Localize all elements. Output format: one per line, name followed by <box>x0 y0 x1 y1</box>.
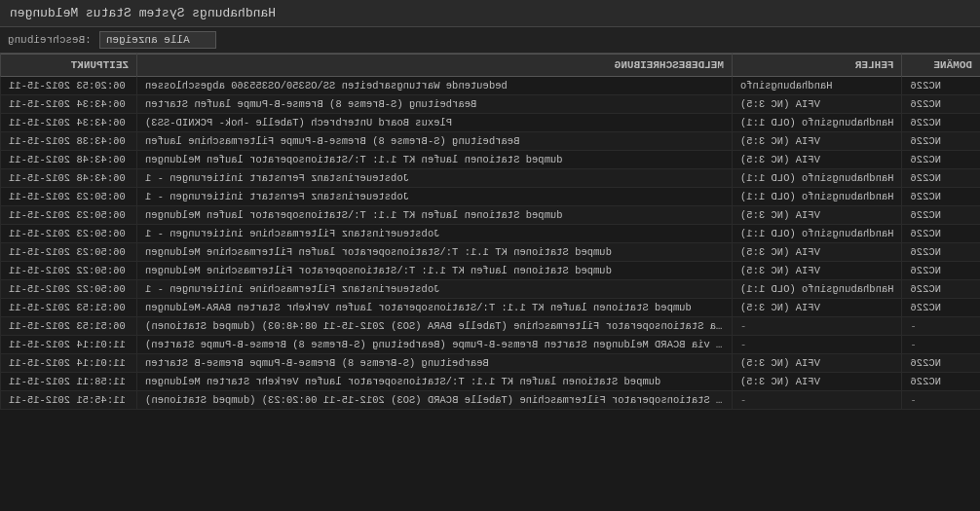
cell-source: NC226 <box>902 77 980 95</box>
table-row[interactable]: 2012-15-11 06:50:231 - Jobsteuerinstanz … <box>1 188 981 206</box>
cell-message: (Tabelle -hok- PCKNID-SS3) Plexus Board … <box>137 114 733 132</box>
cell-message: 1 - Jobsteuerinstanz Fernstart initierun… <box>137 169 733 188</box>
col-header-message: MELDEBESCHREIBUNG <box>137 55 733 77</box>
cell-source: NC226 <box>902 132 980 151</box>
cell-timestamp: 2012-15-11 06:51:53 <box>1 299 137 317</box>
cell-level: - <box>732 317 902 336</box>
cell-source: - <box>902 336 980 354</box>
cell-timestamp: 2012-15-11 11:45:51 <box>1 391 137 410</box>
table-row[interactable]: 2012-15-11 11:01:14Bearbeitung (S-Bremse… <box>1 354 981 373</box>
cell-message: (dumped Stationen) (Tabelle BCARD (SO3) … <box>137 391 733 410</box>
cell-level: VFIA (NC 3:5) <box>732 373 902 391</box>
table-body: 2012-15-11 06:20:53bedeutende Wartungsar… <box>1 77 981 410</box>
cell-source: NC226 <box>902 151 980 169</box>
title-bar: Handhabungs System Status Meldungen <box>0 0 980 27</box>
cell-source: NC226 <box>902 225 980 243</box>
table-row[interactable]: 2012-15-11 06:20:53bedeutende Wartungsar… <box>1 77 981 95</box>
cell-level: VFIA (NC 3:5) <box>732 243 902 262</box>
cell-source: NC226 <box>902 280 980 299</box>
cell-source: NC226 <box>902 299 980 317</box>
cell-message: dumped Stationen KT 1.1: T:\Stationsoper… <box>137 243 733 262</box>
table-row[interactable]: 2012-15-11 06:43:34Bearbeitung (S-Bremse… <box>1 95 981 114</box>
cell-timestamp: 2012-15-11 06:50:23 <box>1 225 137 243</box>
cell-source: NC226 <box>902 206 980 225</box>
app-container: Handhabungs System Status Meldungen Besc… <box>0 0 980 511</box>
cell-level: VFIA (NC 3:5) <box>732 262 902 280</box>
cell-message: Bearbeitung (S-Bremse 8) Bremse-B-Pumpe … <box>137 95 733 114</box>
cell-timestamp: 2012-15-11 06:51:53 <box>1 317 137 336</box>
cell-source: NC226 <box>902 95 980 114</box>
cell-timestamp: 2012-15-11 06:43:34 <box>1 114 137 132</box>
cell-message: dumped Stationen laufen KT 1.1: T:\Stati… <box>137 373 733 391</box>
table-row[interactable]: 2012-15-11 06:43:481 - Jobsteuerinstanz … <box>1 169 981 188</box>
cell-message: Bearbeitung (S-Bremse 8) Bremse-B-Pumpe … <box>137 132 733 151</box>
table-row[interactable]: 2012-15-11 06:50:221 - Jobsteuerinstanz … <box>1 280 981 299</box>
col-header-level: FEHLER <box>732 55 902 77</box>
cell-timestamp: 2012-15-11 06:50:23 <box>1 206 137 225</box>
cell-message: dumped Stationen laufen KT 1.1: T:\Stati… <box>137 151 733 169</box>
cell-timestamp: 2012-15-11 06:43:48 <box>1 169 137 188</box>
cell-message: (Bearbeitung (S-Bremse 8) Bremse-B-Pumpe… <box>137 336 733 354</box>
cell-source: NC226 <box>902 188 980 206</box>
cell-timestamp: 2012-15-11 06:43:48 <box>1 151 137 169</box>
app-title: Handhabungs System Status Meldungen <box>10 6 276 20</box>
table-row[interactable]: 2012-15-11 06:50:231 - Jobsteuerinstanz … <box>1 225 981 243</box>
cell-message: dumped Stationen laufen KT 1.1: T:\Stati… <box>137 299 733 317</box>
cell-source: NC226 <box>902 354 980 373</box>
cell-timestamp: 2012-15-11 06:50:22 <box>1 262 137 280</box>
table-row[interactable]: 2012-15-11 06:50:23dumped Stationen lauf… <box>1 206 981 225</box>
table-row[interactable]: 2012-15-11 11:45:51(dumped Stationen) (T… <box>1 391 981 410</box>
table-row[interactable]: 2012-15-11 06:43:34(Tabelle -hok- PCKNID… <box>1 114 981 132</box>
table-row[interactable]: 2012-15-11 06:50:22dumped Stationen lauf… <box>1 262 981 280</box>
cell-message: bedeutende Wartungsarbeiten SS\OS350\OS3… <box>137 77 733 95</box>
cell-message: dumped Stationen laufen KT 1.1: T:\Stati… <box>137 206 733 225</box>
cell-source: - <box>902 391 980 410</box>
cell-timestamp: 2012-15-11 11:01:14 <box>1 354 137 373</box>
cell-level: VFIA (NC 3:5) <box>732 151 902 169</box>
cell-level: - <box>732 391 902 410</box>
cell-level: Handhabungsinfo <box>732 77 902 95</box>
cell-level: VFIA (NC 3:5) <box>732 206 902 225</box>
cell-timestamp: 2012-15-11 06:43:34 <box>1 95 137 114</box>
col-header-timestamp: ZEITPUNKT <box>1 55 137 77</box>
cell-level: Handhabungsinfo (OLD 1:1) <box>732 169 902 188</box>
table-row[interactable]: 2012-15-11 06:51:53(dumped Stationen) (T… <box>1 317 981 336</box>
cell-timestamp: 2012-15-11 06:50:22 <box>1 280 137 299</box>
cell-message: 1 - Jobsteuerinstanz Fernstart initierun… <box>137 188 733 206</box>
cell-level: VFIA (NC 3:5) <box>732 132 902 151</box>
cell-timestamp: 2012-15-11 06:50:23 <box>1 188 137 206</box>
table-row[interactable]: 2012-15-11 06:50:23dumped Stationen KT 1… <box>1 243 981 262</box>
filter-label: Beschreibung: <box>8 34 92 46</box>
cell-timestamp: 2012-15-11 06:50:23 <box>1 243 137 262</box>
cell-level: VFIA (NC 3:5) <box>732 299 902 317</box>
table-row[interactable]: 2012-15-11 06:51:53dumped Stationen lauf… <box>1 299 981 317</box>
cell-timestamp: 2012-15-11 06:43:38 <box>1 132 137 151</box>
cell-message: dumped Stationen laufen KT 1.1: T:\Stati… <box>137 262 733 280</box>
log-table: ZEITPUNKT MELDEBESCHREIBUNG FEHLER DOMÄN… <box>0 54 980 410</box>
col-header-source: DOMÄNE <box>902 55 980 77</box>
cell-timestamp: 2012-15-11 11:01:14 <box>1 336 137 354</box>
cell-timestamp: 2012-15-11 06:20:53 <box>1 77 137 95</box>
cell-message: (dumped Stationen) (Tabelle BARA (SO3) 2… <box>137 317 733 336</box>
filter-input[interactable] <box>99 31 216 49</box>
cell-level: VFIA (NC 3:5) <box>732 354 902 373</box>
cell-level: Handhabungsinfo (OLD 1:1) <box>732 280 902 299</box>
table-row[interactable]: 2012-15-11 11:01:14(Bearbeitung (S-Brems… <box>1 336 981 354</box>
table-header-row: ZEITPUNKT MELDEBESCHREIBUNG FEHLER DOMÄN… <box>1 55 981 77</box>
cell-message: 1 - Jobsteuerinstanz Filtermaschine init… <box>137 225 733 243</box>
cell-level: VFIA (NC 3:5) <box>732 95 902 114</box>
cell-source: NC226 <box>902 243 980 262</box>
cell-timestamp: 2012-15-11 11:58:11 <box>1 373 137 391</box>
table-container[interactable]: ZEITPUNKT MELDEBESCHREIBUNG FEHLER DOMÄN… <box>0 54 980 511</box>
cell-source: NC226 <box>902 373 980 391</box>
table-row[interactable]: 2012-15-11 11:58:11dumped Stationen lauf… <box>1 373 981 391</box>
filter-bar: Beschreibung: <box>0 27 980 54</box>
cell-message: Bearbeitung (S-Bremse 8) Bremse-B-Pumpe … <box>137 354 733 373</box>
cell-source: NC226 <box>902 262 980 280</box>
cell-level: Handhabungsinfo (OLD 1:1) <box>732 225 902 243</box>
table-row[interactable]: 2012-15-11 06:43:38Bearbeitung (S-Bremse… <box>1 132 981 151</box>
cell-level: Handhabungsinfo (OLD 1:1) <box>732 114 902 132</box>
cell-level: - <box>732 336 902 354</box>
table-row[interactable]: 2012-15-11 06:43:48dumped Stationen lauf… <box>1 151 981 169</box>
cell-source: - <box>902 317 980 336</box>
